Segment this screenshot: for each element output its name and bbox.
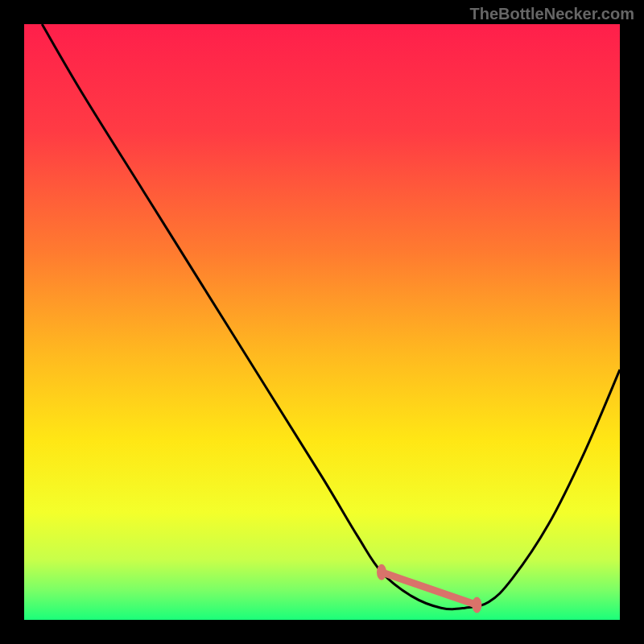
- flat-cap-left: [377, 564, 386, 580]
- flat-cap-right: [472, 597, 481, 613]
- plot-area: [24, 24, 620, 620]
- bottleneck-curve-path: [42, 24, 620, 609]
- watermark-text: TheBottleNecker.com: [469, 5, 634, 23]
- curve-svg: [24, 24, 620, 620]
- flat-segment: [382, 572, 477, 605]
